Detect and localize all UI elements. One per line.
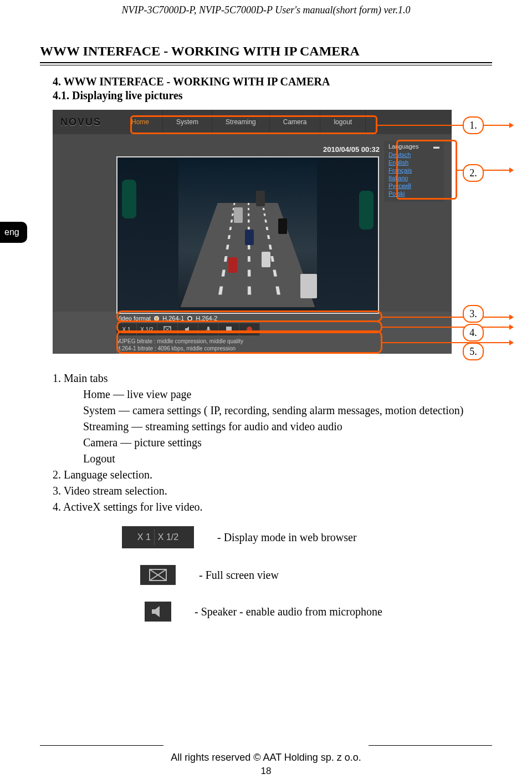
list-1-system: System — camera settings ( IP, recording… [53,403,492,419]
lang-russian[interactable]: Русский [388,182,439,190]
lang-english[interactable]: English [388,159,439,166]
tab-home[interactable]: Home [118,110,163,134]
zoom-x1-label: X 1 [137,532,151,542]
record-button[interactable] [239,323,260,335]
bitrate-h264-2: H.264-2 bitrate : 1024 kbps, high compre… [116,352,388,354]
stop-icon [226,327,232,332]
legend-row-3: - Speaker - enable audio from microphone [122,602,532,622]
tab-logout[interactable]: logout [320,110,366,134]
callout-arrow-3 [382,317,513,318]
callout-arrow-1 [377,125,513,126]
tab-camera[interactable]: Camera [270,110,321,134]
radio-h264-1[interactable] [154,316,159,321]
lang-deutsch[interactable]: Deutsch [388,151,439,159]
legend-text-1: - Display mode in web browser [217,531,357,544]
fullscreen-icon [163,326,171,333]
svg-point-6 [247,327,252,332]
mic-icon [205,326,212,333]
list-1-camera: Camera — picture settings [53,435,492,451]
callout-number-2: 2. [463,164,484,182]
svg-rect-5 [226,327,232,332]
bottom-panel: Video format H.264-1 H.264-2 X 1 X 1/2 [53,312,452,354]
flag-icon: ▬ [433,143,439,150]
speaker-legend-icon [145,602,171,622]
fullscreen-legend-icon [140,565,176,585]
lang-title-text: Languages [388,143,418,150]
record-icon [246,326,253,333]
ui-topbar: NOVUS Home System Streaming Camera logou… [53,110,452,134]
footer-text: All rights reserved © AAT Holding sp. z … [0,752,532,763]
speaker-icon [151,605,165,618]
zoom-x12-button[interactable]: X 1/2 [137,323,157,335]
section-title: WWW INTERFACE - WORKING WITH IP CAMERA [0,16,532,62]
list-3: 3. Video stream selection. [53,483,492,499]
heading-4: 4. WWW INTERFACE - WORKING WITH IP CAMER… [0,65,532,88]
live-video [116,156,379,314]
callout-arrow-5 [382,342,513,343]
svg-marker-3 [185,327,189,332]
legend-row-1: X 1 X 1/2 - Display mode in web browser [122,526,532,548]
main-tabs: Home System Streaming Camera logout [118,110,366,134]
doc-header: NVIP-3C7000D-P, NVIP-5C7000D-P User's ma… [0,0,532,16]
speaker-button[interactable] [178,323,198,335]
footer-rule-left [40,745,163,746]
radio-h264-2[interactable] [187,316,192,321]
fullscreen-button[interactable] [157,323,178,335]
language-side-tab: eng [0,222,27,243]
separator-icon [154,529,155,545]
callout-number-5: 5. [463,343,484,360]
video-format-label: Video format [116,315,151,322]
novus-logo: NOVUS [60,116,118,128]
speaker-icon [185,326,191,333]
lang-polski[interactable]: Polski [388,190,439,197]
language-panel-title: Languages ▬ [388,143,439,150]
fullscreen-icon [149,568,167,582]
lang-francais[interactable]: Français [388,166,439,174]
video-area: 2010/04/05 00:32 Languages ▬ Deutsch Eng… [53,134,452,312]
list-2: 2. Language selection. [53,467,492,483]
lang-italiano[interactable]: Italiano [388,174,439,182]
icon-legend: X 1 X 1/2 - Display mode in web browser … [0,515,532,622]
radio-h264-2-label: H.264-2 [196,315,217,322]
zoom-x1-button[interactable]: X 1 [116,323,137,335]
svg-rect-4 [207,327,209,330]
list-1-logout: Logout [53,451,492,467]
callout-number-3: 3. [463,305,484,323]
list-1-streaming: Streaming — streaming settings for audio… [53,419,492,435]
page-number: 18 [0,766,532,777]
video-format-row: Video format H.264-1 H.264-2 [116,315,388,322]
bitrate-h264-1: H.264-1 bitrate : 4096 kbps, middle comp… [116,345,388,352]
heading-4-1: 4.1. Displaying live pictures [0,88,532,110]
zoom-buttons-icon: X 1 X 1/2 [122,526,194,548]
mic-button[interactable] [198,323,219,335]
list-4: 4. ActiveX settings for live video. [53,499,492,515]
screenshot-figure: NOVUS Home System Streaming Camera logou… [53,110,452,354]
callout-number-4: 4. [463,324,484,342]
control-row: X 1 X 1/2 [116,323,388,335]
bitrate-mjpeg: MJPEG bitrate : middle compression, midd… [116,338,388,345]
explanation-list: 1. Main tabs Home — live view page Syste… [0,354,532,515]
callout-arrow-4 [382,327,513,328]
legend-text-3: - Speaker - enable audio from microphone [195,605,382,618]
callout-number-1: 1. [463,116,484,134]
list-1: 1. Main tabs [53,370,492,386]
svg-marker-10 [152,606,160,617]
language-panel: Languages ▬ Deutsch English Français Ita… [384,141,444,202]
radio-h264-1-label: H.264-1 [162,315,184,322]
zoom-x12-label: X 1/2 [158,532,178,542]
list-1-home: Home — live view page [53,386,492,403]
stop-button[interactable] [219,323,239,335]
tab-system[interactable]: System [163,110,212,134]
tab-streaming[interactable]: Streaming [212,110,270,134]
video-timestamp: 2010/04/05 00:32 [323,145,380,154]
legend-text-2: - Full screen view [199,569,279,582]
legend-row-2: - Full screen view [122,565,532,585]
footer-rule-right [369,745,492,746]
